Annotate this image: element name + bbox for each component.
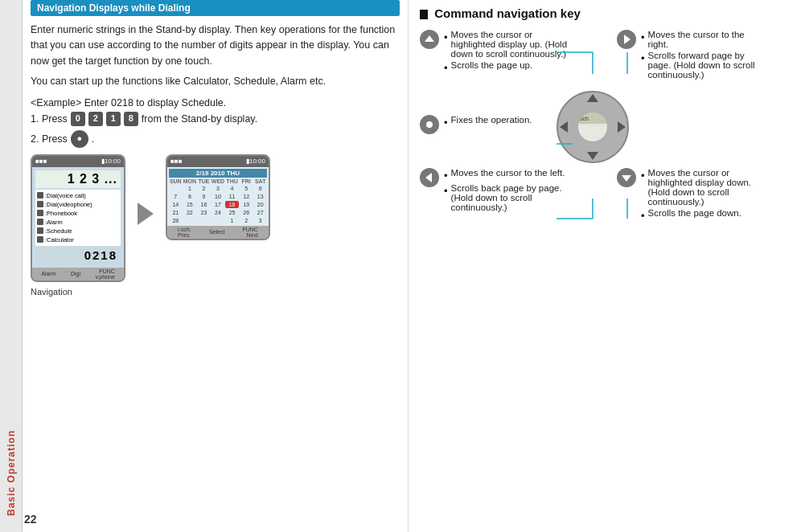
cal-cell: 16 <box>197 201 211 208</box>
center-button-icon <box>420 115 439 134</box>
phones-area: ■■■ ▮10:00 1 2 3 ... :Dial(voice call) :… <box>31 154 400 282</box>
cal-grid: SUN MON TUE WED THU FRI SAT 1 2 3 4 5 <box>169 178 267 224</box>
cal-cell: 15 <box>183 201 197 208</box>
cal-cell: 22 <box>183 209 197 216</box>
right-title: Command navigation key <box>420 6 794 20</box>
cal-cell: 12 <box>240 193 253 200</box>
cal-cell: 1 <box>225 217 239 224</box>
cal-cell: 14 <box>169 201 183 208</box>
title-square-icon <box>420 10 428 19</box>
menu-item-calculator: :Calculator <box>37 235 119 244</box>
bottom-left-text: • Moves the cursor to the left. • Scroll… <box>444 168 569 214</box>
sch-content <box>578 124 607 126</box>
down-button-icon <box>617 168 636 187</box>
cal-cell: 2 <box>197 185 211 192</box>
bottom-left-btn-row: • Moves the cursor to the left. • Scroll… <box>420 168 569 214</box>
key-1: 1 <box>106 112 121 126</box>
phone2-calendar-screen: 2/18 2010 THU SUN MON TUE WED THU FRI SA… <box>167 167 269 226</box>
cal-cell: 28 <box>169 217 183 224</box>
bullet-dot-2: • <box>444 62 448 74</box>
bullet-item-tr1: • Moves the cursor to the right. <box>641 30 766 49</box>
right-arrow-icon <box>624 35 630 44</box>
ring-right-arrow <box>618 121 626 133</box>
phone1-keypad: 0218 <box>35 246 121 264</box>
top-row: • Moves the cursor or highlighted displa… <box>420 30 766 86</box>
bullet-bl1: • Moves the cursor to the left. <box>444 168 569 182</box>
fix-btn-row: • Fixes the operation. <box>420 115 557 134</box>
phone1-top-bar: ■■■ ▮10:00 <box>32 156 124 167</box>
menu-item-alarm: :Alarm <box>37 218 119 227</box>
bullet-dot-br1: • <box>641 170 645 207</box>
step2-period: . <box>92 131 94 147</box>
bullet-dot-fix: • <box>444 117 448 129</box>
cal-header-sat: SAT <box>253 178 267 184</box>
nav-center-display: sch <box>577 112 608 142</box>
phone-arrow <box>133 203 158 225</box>
key-0: 0 <box>71 112 85 126</box>
phone2-signal: ■■■ <box>170 158 183 165</box>
menu-icon-dial-video <box>37 201 43 207</box>
left-button-icon <box>420 168 439 187</box>
phone1-number-display: 1 2 3 ... <box>35 170 121 188</box>
cal-cell: 25 <box>225 209 239 216</box>
bullet-dot: • <box>444 31 448 59</box>
cal-cell: 23 <box>197 209 211 216</box>
cal-cell: 21 <box>169 209 183 216</box>
cal-cell <box>212 217 225 224</box>
menu-icon-alarm <box>37 219 43 225</box>
top-left-cell: • Moves the cursor or highlighted displa… <box>420 30 569 80</box>
nav-ring-diagram: sch <box>557 91 629 163</box>
center-nav-area: sch <box>557 91 629 163</box>
bullet-dot-tr2: • <box>641 52 645 80</box>
phone2-time: ▮10:00 <box>246 158 265 165</box>
ring-left-arrow <box>560 121 568 133</box>
ring-up-arrow <box>587 94 598 102</box>
bullet-text-tr1: Moves the cursor to the right. <box>648 30 766 49</box>
navigation-label: Navigation <box>31 287 400 297</box>
down-arrow-icon <box>622 175 631 182</box>
cal-cell <box>197 217 211 224</box>
bullet-dot-tr1: • <box>641 31 645 49</box>
example-label: <Example> Enter 0218 to display Schedule… <box>31 95 400 111</box>
cal-header-thu: THU <box>225 178 239 184</box>
cal-cell: 4 <box>225 185 239 192</box>
cal-cell: 10 <box>212 193 225 200</box>
cal-cell: 17 <box>212 201 225 208</box>
bullet-text-fix: Fixes the operation. <box>451 115 532 129</box>
bottom-left-cell: • Moves the cursor to the left. • Scroll… <box>420 168 569 219</box>
menu-item-phonebook: :Phonebook <box>37 209 119 218</box>
cal-header-fri: FRI <box>240 178 253 184</box>
section-header: Navigation Displays while Dialing <box>31 0 400 16</box>
menu-item-dial-video: :Dial(videophone) <box>37 200 119 209</box>
bullet-item-2: • Scrolls the page up. <box>444 60 569 74</box>
phone2-bottom-bar: i-sch.Prev. Select FUNCNext <box>167 226 269 239</box>
example-section: <Example> Enter 0218 to display Schedule… <box>31 95 400 148</box>
cal-header-sun: SUN <box>169 178 183 184</box>
cal-cell: 5 <box>240 185 253 192</box>
bullet-text-bl1: Moves the cursor to the left. <box>451 168 565 182</box>
key-8: 8 <box>124 112 138 126</box>
phone1-menu: :Dial(voice call) :Dial(videophone) :Pho… <box>35 190 121 246</box>
cal-cell: 9 <box>197 193 211 200</box>
bullet-br1: • Moves the cursor or highlighted displa… <box>641 168 766 207</box>
right-button-icon <box>617 30 636 49</box>
cal-cell: 8 <box>183 193 197 200</box>
cal-cell: 11 <box>225 193 239 200</box>
menu-item-dial-voice: :Dial(voice call) <box>37 191 119 200</box>
cal-cell: 26 <box>240 209 253 216</box>
cal-cell: 27 <box>253 209 267 216</box>
top-right-cell: • Moves the cursor to the right. • Scrol… <box>617 30 766 86</box>
bullet-dot-bl2: • <box>444 185 448 212</box>
bullet-text-br2: Scrolls the page down. <box>648 208 741 222</box>
menu-icon-phonebook <box>37 210 43 216</box>
up-arrow-icon <box>425 35 434 42</box>
bottom-right-cell: • Moves the cursor or highlighted displa… <box>617 168 766 228</box>
cal-header-mon: MON <box>183 178 197 184</box>
step2-prefix: 2. Press <box>31 131 68 147</box>
phone1-bottom-bar: Alarm Digi FUNCv.phone <box>32 268 124 280</box>
phone1-screen: 1 2 3 ... :Dial(voice call) :Dial(videop… <box>32 167 124 268</box>
left-arrow-icon <box>425 173 432 182</box>
sidebar-label: Basic Operation <box>6 430 17 516</box>
bullet-item-tr2: • Scrolls forward page by page. (Hold do… <box>641 51 766 80</box>
center-dot-icon <box>426 121 433 128</box>
